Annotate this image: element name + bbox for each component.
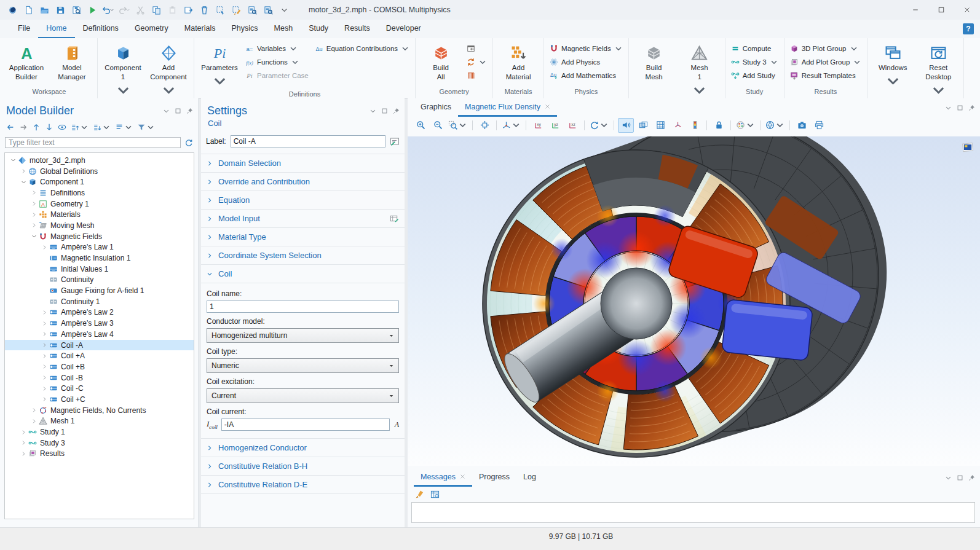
find-button[interactable] xyxy=(245,2,259,17)
view-xy-button[interactable]: xy xyxy=(530,118,546,133)
chevron-right-icon[interactable] xyxy=(19,440,28,446)
chevron-right-icon[interactable] xyxy=(30,201,39,206)
tree-item-coil-b[interactable]: Coil +B xyxy=(5,361,194,372)
minimize-button[interactable] xyxy=(903,0,928,20)
nav-back-button[interactable] xyxy=(5,121,16,133)
show-legend-button[interactable] xyxy=(687,118,703,133)
section-homogenized-conductor[interactable]: Homogenized Conductor xyxy=(201,438,405,457)
show-grid-button[interactable] xyxy=(652,118,668,133)
tab-magnetic-flux-density[interactable]: Magnetic Flux Density xyxy=(458,98,557,117)
ribbon-button-study-3[interactable]: Study 3 xyxy=(731,57,778,67)
tab-graphics[interactable]: Graphics xyxy=(414,98,458,117)
tree-item-continuity-1[interactable]: Continuity 1 xyxy=(5,296,194,307)
menu-item-file[interactable]: File xyxy=(10,20,38,38)
show-axis-button[interactable] xyxy=(670,118,686,133)
tree-item-coil-c[interactable]: Coil -C xyxy=(5,383,194,394)
view-yz-button[interactable]: yz xyxy=(547,118,563,133)
menu-item-geometry[interactable]: Geometry xyxy=(127,20,176,38)
chevron-right-icon[interactable] xyxy=(30,212,39,218)
tree-item-study-1[interactable]: Study 1 xyxy=(5,426,194,438)
tree-item-geometry-1[interactable]: AGeometry 1 xyxy=(5,198,194,210)
expand-all-button[interactable] xyxy=(69,121,90,133)
tree-item-gauge-fixing-for-a-field-1[interactable]: Gauge Fixing for A-field 1 xyxy=(5,285,194,296)
save-button[interactable] xyxy=(53,2,68,17)
tree-item-coil-a[interactable]: Coil -A xyxy=(5,340,194,351)
tree-item-definitions[interactable]: Definitions xyxy=(5,187,194,198)
filter-input[interactable] xyxy=(5,137,181,148)
float-icon[interactable] xyxy=(175,108,181,114)
menu-item-definitions[interactable]: Definitions xyxy=(75,20,127,38)
tree-item-magnetic-fields-no-currents[interactable]: Magnetic Fields, No Currents xyxy=(5,405,194,416)
chevron-right-icon[interactable] xyxy=(19,430,28,435)
ribbon-button-add-component[interactable]: Add Component xyxy=(149,43,188,98)
chevron-right-icon[interactable] xyxy=(40,342,49,348)
menu-item-mesh[interactable]: Mesh xyxy=(266,20,301,38)
lock-axis-button[interactable] xyxy=(711,118,727,133)
chevron-right-icon[interactable] xyxy=(30,407,39,413)
tree-item-component-1[interactable]: Component 1 xyxy=(5,176,194,187)
go-to-view-button[interactable] xyxy=(500,118,522,133)
tree-item-moving-mesh[interactable]: Moving Mesh xyxy=(5,220,194,231)
run-button[interactable] xyxy=(85,2,100,17)
tree-item-coil-c[interactable]: Coil +C xyxy=(5,394,194,405)
pin-icon[interactable] xyxy=(968,104,975,111)
clear-messages-button[interactable] xyxy=(414,488,425,500)
open-file-button[interactable] xyxy=(37,2,52,17)
zoom-out-button[interactable] xyxy=(430,118,446,133)
chevron-right-icon[interactable] xyxy=(19,168,28,174)
close-button[interactable] xyxy=(954,0,980,20)
ribbon-button-result-templates[interactable]: Result Templates xyxy=(790,70,862,81)
chevron-right-icon[interactable] xyxy=(30,222,39,228)
redo-button[interactable] xyxy=(117,2,132,17)
print-button[interactable] xyxy=(811,118,827,133)
help-button[interactable]: ? xyxy=(963,23,974,34)
duplicate-button[interactable] xyxy=(181,2,196,17)
ribbon-button-component-1[interactable]: Component 1 xyxy=(103,43,143,98)
transparency-button[interactable] xyxy=(635,118,651,133)
ribbon-button-application-builder[interactable]: AApplication Builder xyxy=(7,43,46,82)
move-down-button[interactable] xyxy=(44,121,55,133)
ribbon-button-import-icon[interactable] xyxy=(467,43,487,53)
panel-menu-icon[interactable] xyxy=(945,104,952,111)
select-box-button[interactable] xyxy=(213,2,227,17)
chevron-down-icon[interactable] xyxy=(19,179,28,185)
show-button[interactable] xyxy=(57,121,68,133)
chevron-right-icon[interactable] xyxy=(19,451,28,457)
menu-item-home[interactable]: Home xyxy=(38,20,74,38)
filter-button[interactable] xyxy=(136,121,156,133)
deselect-box-button[interactable] xyxy=(229,2,243,17)
nav-forward-button[interactable] xyxy=(18,121,29,133)
panel-menu-icon[interactable] xyxy=(163,108,170,114)
edit-model-input-icon[interactable] xyxy=(390,214,399,223)
zoom-box-button[interactable] xyxy=(447,118,468,133)
ribbon-button-add-physics[interactable]: Add Physics xyxy=(550,57,623,67)
collapse-all-button[interactable] xyxy=(92,121,112,133)
chevron-right-icon[interactable] xyxy=(40,375,49,380)
tree-item-global-definitions[interactable]: Global Definitions xyxy=(5,166,194,177)
chevron-right-icon[interactable] xyxy=(40,364,49,369)
tree-item-amp-re-s-law-4[interactable]: Ampère's Law 4 xyxy=(5,329,194,340)
menu-item-physics[interactable]: Physics xyxy=(223,20,266,38)
copy-button[interactable] xyxy=(149,2,164,17)
tab-messages[interactable]: Messages xyxy=(414,468,472,487)
pin-icon[interactable] xyxy=(393,108,400,114)
section-coordinate-system-selection[interactable]: Coordinate System Selection xyxy=(201,246,405,264)
pin-icon[interactable] xyxy=(968,474,975,481)
menu-item-results[interactable]: Results xyxy=(336,20,378,38)
refresh-icon[interactable] xyxy=(184,138,193,147)
chevron-right-icon[interactable] xyxy=(40,396,49,402)
tree-item-study-3[interactable]: Study 3 xyxy=(5,438,194,449)
tree-item-continuity[interactable]: Continuity xyxy=(5,275,194,286)
chevron-right-icon[interactable] xyxy=(40,386,49,391)
ribbon-button-build-all[interactable]: Build All xyxy=(421,43,460,82)
chevron-right-icon[interactable] xyxy=(30,418,39,424)
ribbon-button-add-plot-group[interactable]: Add Plot Group xyxy=(790,57,862,67)
ribbon-button-variables[interactable]: a=Variables xyxy=(245,43,309,53)
rotate-button[interactable] xyxy=(588,118,610,133)
undo-button[interactable] xyxy=(101,2,116,17)
scene-light-button[interactable] xyxy=(618,118,634,133)
toolbar-overflow-button[interactable] xyxy=(277,2,291,17)
move-up-button[interactable] xyxy=(31,121,42,133)
tree-item-magnetic-fields[interactable]: Magnetic Fields xyxy=(5,231,194,242)
float-icon[interactable] xyxy=(381,108,388,114)
